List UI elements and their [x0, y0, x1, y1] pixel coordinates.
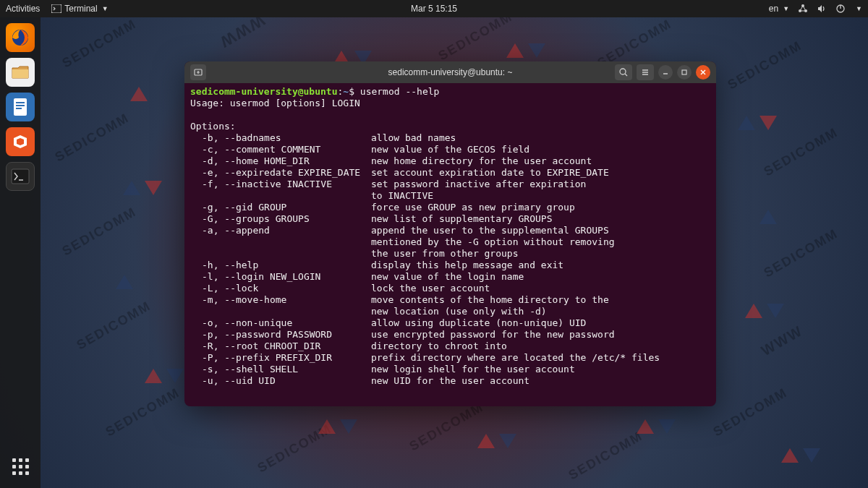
volume-icon[interactable]: [817, 4, 827, 14]
option-row: to INACTIVE: [190, 190, 710, 202]
option-description: the user from other groups: [371, 248, 519, 259]
option-row: mentioned by the -G option without remov…: [190, 236, 710, 248]
activities-label: Activities: [6, 4, 40, 14]
option-row: -l, --login NEW_LOGINnew value of the lo…: [190, 271, 710, 283]
power-icon[interactable]: [835, 4, 846, 14]
dock-software[interactable]: [6, 127, 35, 156]
option-flag: -b, --badnames: [190, 132, 371, 144]
option-description: lock the user account: [371, 283, 490, 294]
command-text: usermod --help: [360, 86, 440, 97]
close-button[interactable]: [696, 65, 710, 80]
option-row: -c, --comment COMMENTnew value of the GE…: [190, 144, 710, 155]
option-flag: -f, --inactive INACTIVE: [190, 179, 371, 190]
option-description: new list of supplementary GROUPS: [371, 213, 552, 224]
dock-terminal[interactable]: [6, 162, 35, 191]
chevron-down-icon: ▼: [783, 5, 789, 12]
option-row: -G, --groups GROUPSnew list of supplemen…: [190, 213, 710, 225]
app-menu-label: Terminal: [64, 4, 97, 14]
dock-firefox[interactable]: [6, 23, 35, 52]
option-description: directory to chroot into: [371, 341, 507, 351]
option-flag: -h, --help: [190, 260, 371, 271]
option-flag: -c, --comment COMMENT: [190, 144, 371, 155]
option-row: -s, --shell SHELLnew login shell for the…: [190, 364, 710, 375]
option-flag: -a, --append: [190, 225, 371, 236]
option-description: mentioned by the -G option without remov…: [371, 236, 615, 247]
option-row: -a, --appendappend the user to the suppl…: [190, 225, 710, 236]
option-flag: -e, --expiredate EXPIRE_DATE: [190, 167, 371, 179]
svg-line-18: [625, 74, 627, 76]
activities-button[interactable]: Activities: [6, 4, 40, 14]
window-title: sedicomm-university@ubuntu: ~: [388, 67, 513, 77]
option-row: new location (use only with -d): [190, 306, 710, 317]
option-description: set password inactive after expiration: [371, 179, 586, 189]
option-row: -m, --move-homemove contents of the home…: [190, 294, 710, 306]
option-flag: -G, --groups GROUPS: [190, 213, 371, 225]
option-flag: -L, --lock: [190, 283, 371, 294]
svg-rect-12: [12, 169, 29, 184]
option-description: new location (use only with -d): [371, 306, 547, 317]
option-row: -f, --inactive INACTIVEset password inac…: [190, 179, 710, 190]
option-row: -p, --password PASSWORDuse encrypted pas…: [190, 329, 710, 341]
option-description: force use GROUP as new primary group: [371, 202, 575, 213]
svg-rect-8: [14, 98, 27, 116]
option-row: the user from other groups: [190, 248, 710, 260]
search-button[interactable]: [615, 64, 632, 80]
option-flag: -d, --home HOME_DIR: [190, 155, 371, 167]
option-description: append the user to the supplemental GROU…: [371, 225, 609, 236]
menu-button[interactable]: [637, 64, 654, 80]
app-menu-terminal[interactable]: Terminal ▼: [51, 4, 108, 14]
prompt-symbol: $: [349, 86, 354, 97]
prompt-path: ~: [343, 86, 349, 97]
option-row: -b, --badnamesallow bad names: [190, 132, 710, 144]
datetime-label: Mar 5 15:15: [411, 4, 457, 14]
option-description: new UID for the user account: [371, 375, 529, 386]
chevron-down-icon: ▼: [102, 5, 109, 12]
input-source-indicator[interactable]: en ▼: [769, 4, 789, 14]
clock[interactable]: Mar 5 15:15: [411, 4, 457, 14]
option-row: -P, --prefix PREFIX_DIRprefix directory …: [190, 352, 710, 364]
option-description: set account expiration date to EXPIRE_DA…: [371, 167, 609, 178]
svg-rect-23: [682, 70, 686, 74]
option-row: -e, --expiredate EXPIRE_DATEset account …: [190, 167, 710, 179]
terminal-window: sedicomm-university@ubuntu: ~ sedicomm-u…: [184, 61, 716, 406]
option-flag: -m, --move-home: [190, 294, 371, 306]
option-row: -o, --non-uniqueallow using duplicate (n…: [190, 317, 710, 329]
option-flag: -s, --shell SHELL: [190, 364, 371, 375]
option-description: to INACTIVE: [371, 190, 433, 201]
option-description: allow bad names: [371, 132, 456, 143]
terminal-output[interactable]: sedicomm-university@ubuntu:~$ usermod --…: [184, 83, 716, 406]
option-row: -d, --home HOME_DIRnew home directory fo…: [190, 155, 710, 167]
show-applications-button[interactable]: [6, 452, 35, 481]
svg-rect-0: [51, 4, 61, 13]
option-flag: -g, --gid GROUP: [190, 202, 371, 213]
gnome-top-bar: Activities Terminal ▼ Mar 5 15:15 en ▼ ▼: [0, 0, 868, 17]
terminal-titlebar[interactable]: sedicomm-university@ubuntu: ~: [184, 61, 716, 83]
option-flag: -o, --non-unique: [190, 317, 371, 329]
option-flag: -R, --root CHROOT_DIR: [190, 341, 371, 352]
new-tab-button[interactable]: [190, 64, 206, 80]
option-row: -g, --gid GROUPforce use GROUP as new pr…: [190, 202, 710, 213]
option-description: new value of the GECOS field: [371, 144, 529, 155]
option-description: new home directory for the user account: [371, 155, 592, 166]
prompt-user: sedicomm-university@ubuntu: [190, 86, 338, 97]
option-row: -R, --root CHROOT_DIRdirectory to chroot…: [190, 341, 710, 352]
option-description: new login shell for the user account: [371, 364, 575, 374]
maximize-button[interactable]: [677, 65, 692, 80]
option-description: allow using duplicate (non-unique) UID: [371, 317, 586, 328]
option-flag: -l, --login NEW_LOGIN: [190, 271, 371, 283]
gnome-dock: [0, 17, 41, 488]
option-row: -L, --locklock the user account: [190, 283, 710, 294]
option-row: -u, --uid UIDnew UID for the user accoun…: [190, 375, 710, 387]
option-description: use encrypted password for the new passw…: [371, 329, 615, 340]
option-flag: -P, --prefix PREFIX_DIR: [190, 352, 371, 364]
network-icon[interactable]: [798, 4, 808, 14]
option-description: new value of the login name: [371, 271, 524, 282]
option-row: -h, --helpdisplay this help message and …: [190, 260, 710, 271]
dock-files[interactable]: [6, 58, 35, 87]
options-header: Options:: [190, 121, 710, 132]
dock-writer[interactable]: [6, 93, 35, 121]
option-flag: -p, --password PASSWORD: [190, 329, 371, 341]
minimize-button[interactable]: [658, 65, 673, 80]
option-flag: -u, --uid UID: [190, 375, 371, 387]
chevron-down-icon[interactable]: ▼: [856, 5, 862, 12]
